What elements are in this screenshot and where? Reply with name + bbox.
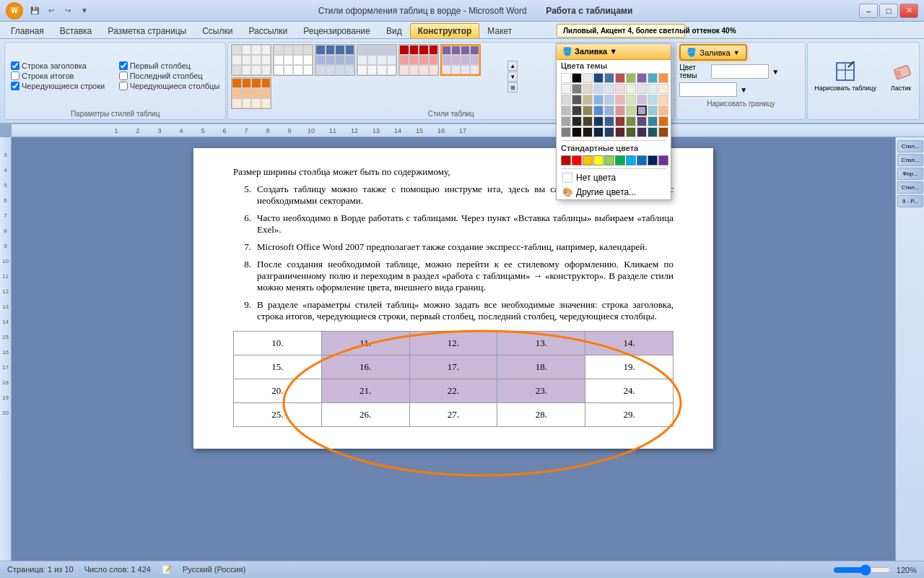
color-cell[interactable]: [658, 127, 668, 137]
style-swatch-blue-2[interactable]: [357, 44, 397, 76]
std-color-cell[interactable]: [637, 155, 647, 165]
color-cell[interactable]: [648, 84, 658, 94]
color-cell[interactable]: [637, 84, 647, 94]
tab-ssylki[interactable]: Ссылки: [194, 23, 240, 38]
style-swatch-active[interactable]: [440, 44, 481, 76]
color-dropdown-bar[interactable]: [711, 64, 769, 79]
color-cell[interactable]: [561, 84, 571, 94]
styles-scroll-up[interactable]: ▲: [507, 61, 518, 71]
fill-button-header[interactable]: 🪣 Заливка ▼ Лиловый, Акцент 4, более све…: [557, 44, 671, 60]
color-cell[interactable]: [561, 105, 571, 116]
eraser-button[interactable]: Ластик: [886, 56, 916, 95]
std-color-cell[interactable]: [604, 155, 614, 165]
color-cell[interactable]: [583, 95, 593, 105]
color-cell[interactable]: [615, 105, 625, 116]
color-cell[interactable]: [626, 84, 636, 94]
color-cell[interactable]: [615, 73, 625, 83]
color-cell[interactable]: [572, 127, 582, 137]
color-cell[interactable]: [561, 116, 571, 126]
other-colors-option[interactable]: 🎨 Другие цвета...: [557, 185, 671, 199]
color-cell[interactable]: [593, 95, 603, 105]
color-cell[interactable]: [561, 127, 571, 137]
fill-button[interactable]: 🪣 Заливка ▼: [679, 44, 746, 61]
sidebar-item-5[interactable]: 9 - Р...: [897, 195, 923, 207]
std-color-cell[interactable]: [658, 155, 668, 165]
tab-vstavka[interactable]: Вставка: [52, 23, 100, 38]
cb-banded-cols[interactable]: Чередующиеся столбцы: [119, 82, 220, 90]
undo-button[interactable]: ↩: [44, 4, 58, 17]
color-cell[interactable]: [637, 116, 647, 126]
color-cell[interactable]: [648, 95, 658, 105]
close-button[interactable]: ✕: [899, 4, 918, 18]
color-cell[interactable]: [648, 73, 658, 83]
color-cell[interactable]: [626, 95, 636, 105]
color-cell[interactable]: [626, 73, 636, 83]
color-cell[interactable]: [572, 95, 582, 105]
tab-konstruktor[interactable]: Конструктор: [410, 23, 480, 38]
style-swatch-orange-1[interactable]: [231, 77, 271, 109]
std-color-cell[interactable]: [583, 155, 593, 165]
color-cell[interactable]: [658, 73, 668, 83]
color-cell[interactable]: [583, 116, 593, 126]
cb-first-col[interactable]: Первый столбец: [119, 61, 220, 70]
color-cell[interactable]: [658, 95, 668, 105]
tab-recenzirovanie[interactable]: Рецензирование: [295, 23, 378, 38]
color-cell[interactable]: [604, 95, 614, 105]
no-color-option[interactable]: Нет цвета: [557, 171, 671, 185]
tab-vid[interactable]: Вид: [378, 23, 410, 38]
cb-last-col[interactable]: Последний столбец: [119, 72, 220, 80]
color-cell[interactable]: [604, 105, 614, 116]
color-cell[interactable]: [604, 127, 614, 137]
color-cell[interactable]: [583, 105, 593, 116]
color-cell[interactable]: [593, 116, 603, 126]
std-color-cell[interactable]: [626, 155, 636, 165]
minimize-button[interactable]: –: [859, 4, 878, 18]
color-cell[interactable]: [593, 127, 603, 137]
color-cell[interactable]: [572, 84, 582, 94]
sidebar-item-4[interactable]: Стил...: [897, 181, 923, 194]
style-swatch-red-1[interactable]: [398, 44, 439, 76]
color-cell[interactable]: [604, 84, 614, 94]
std-color-cell[interactable]: [561, 155, 571, 165]
qa-dropdown-button[interactable]: ▼: [77, 4, 92, 17]
sidebar-item-2[interactable]: Стил...: [897, 154, 923, 166]
color-cell[interactable]: [604, 116, 614, 126]
color-cell[interactable]: [583, 84, 593, 94]
color-cell[interactable]: [593, 105, 603, 116]
redo-button[interactable]: ↪: [61, 4, 75, 17]
cb-banded-rows[interactable]: Чередующиеся строки: [11, 82, 112, 90]
color-cell[interactable]: [658, 105, 668, 116]
color-cell[interactable]: [572, 73, 582, 83]
style-swatch-blue-1[interactable]: [315, 44, 355, 76]
style-swatch-2[interactable]: [273, 44, 313, 76]
color-cell[interactable]: [626, 105, 636, 116]
styles-expand[interactable]: ⊞: [507, 82, 518, 92]
tab-rassylki[interactable]: Рассылки: [240, 23, 295, 38]
color-cell[interactable]: [572, 116, 582, 126]
color-cell[interactable]: [637, 127, 647, 137]
pen-style-bar[interactable]: [679, 82, 737, 97]
std-color-cell[interactable]: [615, 155, 625, 165]
draw-table-button[interactable]: Нарисовать таблицу: [811, 56, 880, 95]
color-cell[interactable]: [615, 127, 625, 137]
tab-glavnaya[interactable]: Главная: [3, 23, 52, 38]
color-cell[interactable]: [637, 73, 647, 83]
std-color-cell[interactable]: [572, 155, 582, 165]
color-cell[interactable]: [626, 127, 636, 137]
color-cell[interactable]: [583, 127, 593, 137]
tab-maket[interactable]: Макет: [479, 23, 520, 38]
highlighted-color-cell[interactable]: [637, 105, 647, 116]
cb-total-row[interactable]: Строка итогов: [11, 72, 112, 80]
color-cell[interactable]: [615, 95, 625, 105]
std-color-cell[interactable]: [648, 155, 658, 165]
maximize-button[interactable]: □: [879, 4, 898, 18]
color-cell[interactable]: [615, 84, 625, 94]
tab-razmetka[interactable]: Разметка страницы: [100, 23, 194, 38]
color-cell[interactable]: [626, 116, 636, 126]
color-cell[interactable]: [637, 95, 647, 105]
styles-scroll-down[interactable]: ▼: [507, 72, 518, 82]
zoom-slider[interactable]: [833, 564, 891, 576]
color-cell[interactable]: [561, 95, 571, 105]
color-cell[interactable]: [615, 116, 625, 126]
color-cell[interactable]: [561, 73, 571, 83]
